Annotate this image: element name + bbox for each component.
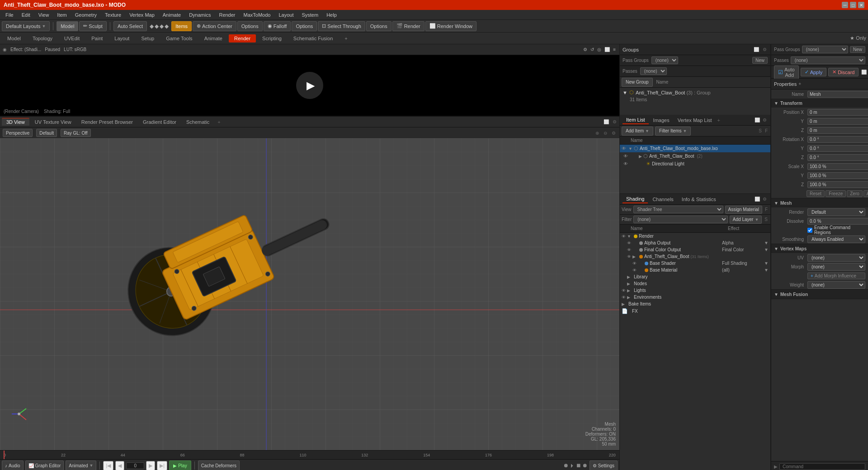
pass-groups-select[interactable]: (none) [651, 56, 678, 64]
position-y-input[interactable] [807, 118, 868, 125]
step-forward-button[interactable]: ▶ [146, 461, 155, 470]
menu-item-help[interactable]: Help [323, 11, 340, 19]
shading-eye-icon4[interactable]: 👁 [627, 254, 631, 259]
shading-row-library[interactable]: ▶ Library [620, 273, 770, 280]
falloff-button[interactable]: ◉ Falloff [264, 21, 291, 31]
position-x-input[interactable] [807, 109, 868, 116]
shading-eye-icon5[interactable]: 👁 [632, 261, 637, 266]
item-row-light[interactable]: 👁 ☀ Directional Light [620, 160, 770, 168]
reset-button[interactable]: Reset [807, 190, 825, 197]
properties-plus-icon[interactable]: + [798, 81, 801, 86]
options1-button[interactable]: Options [237, 21, 263, 31]
scale-y-input[interactable] [807, 172, 868, 179]
view-select[interactable]: Shader Tree [633, 206, 723, 213]
new-btn2[interactable]: New [850, 46, 865, 53]
render-window-button[interactable]: ⬜ Render Window [425, 21, 476, 31]
menu-item-texture[interactable]: Texture [101, 11, 125, 19]
shading-row-fx[interactable]: 📄 FX [620, 307, 770, 315]
auto-add-checkbox[interactable]: ☑ [778, 69, 783, 75]
add-transform-button[interactable]: Add [863, 190, 868, 197]
items-expand-icon[interactable]: ⬜ [754, 117, 761, 123]
base-shader-dropdown[interactable]: ▼ [764, 261, 769, 266]
tab-gradient-editor[interactable]: Gradient Editor [138, 118, 181, 126]
props-expand-icon[interactable]: ⬜ [860, 69, 868, 75]
main-tab-topology[interactable]: Topology [27, 34, 58, 42]
position-z-input[interactable] [807, 127, 868, 134]
base-material-dropdown[interactable]: ▼ [764, 268, 769, 273]
name-input[interactable] [807, 91, 868, 98]
add-morph-button[interactable]: + Add Morph Influence [807, 273, 865, 279]
tab-shading[interactable]: Shading [623, 195, 648, 203]
shading-row-final-color[interactable]: 👁 Final Color Output Final Color ▼ [620, 246, 770, 253]
group-root-item[interactable]: ▼ ⬡ Anti_Theft_Claw_Boot (3) : Group [621, 89, 769, 96]
model-button[interactable]: Model [57, 21, 78, 31]
shading-eye-icon6[interactable]: 👁 [632, 268, 637, 273]
freeze-button[interactable]: Freeze [826, 190, 846, 197]
cache-deformers-button[interactable]: Cache Deformers [198, 461, 240, 470]
filter-items-button[interactable]: Filter Items ▼ [655, 127, 691, 136]
shading-row-base-shader[interactable]: 👁 Base Shader Full Shading ▼ [620, 260, 770, 267]
main-tab-setup[interactable]: Setup [136, 34, 160, 42]
items-col-icon[interactable]: S [758, 128, 763, 134]
select-through-button[interactable]: ⊡ Select Through [318, 21, 365, 31]
playback-icon3[interactable]: ⏺ [582, 462, 588, 469]
menu-item-file[interactable]: File [2, 11, 17, 19]
menu-item-geometry[interactable]: Geometry [71, 11, 100, 19]
viewport-expand-icon[interactable]: ⬜ [603, 119, 610, 125]
item-vis-icon[interactable]: 👁 [622, 146, 626, 151]
shading-eye-icon2[interactable]: 👁 [627, 241, 631, 245]
preview-icon4[interactable]: ⬜ [604, 47, 611, 52]
default-layouts-button[interactable]: Default Layouts ▼ [2, 21, 50, 31]
play-button[interactable]: ▶ Play [169, 461, 191, 470]
only-toggle[interactable]: ★ Only [850, 35, 866, 41]
tab-images[interactable]: Images [650, 117, 673, 124]
shading-expand-icon[interactable]: ⬜ [754, 196, 761, 202]
viewport-settings-icon[interactable]: ⚙ [612, 119, 618, 125]
command-input[interactable] [779, 463, 865, 470]
scale-z-input[interactable] [807, 181, 868, 188]
shading-row-alpha[interactable]: 👁 Alpha Output Alpha ▼ [620, 240, 770, 246]
tab-schematic[interactable]: Schematic [182, 118, 214, 126]
action-center-button[interactable]: ⊕ Action Center [193, 21, 236, 31]
animated-button[interactable]: Animated ▼ [66, 461, 96, 470]
audio-button[interactable]: ♪ Audio [2, 461, 24, 470]
ray-gl-button[interactable]: Ray GL: Off [61, 129, 91, 137]
shading-row-lights[interactable]: 👁 ▶ Lights [620, 287, 770, 294]
preview-icon5[interactable]: ≡ [612, 47, 617, 52]
zero-button[interactable]: Zero [847, 190, 863, 197]
render-button[interactable]: 🎬 Render [392, 21, 425, 31]
tab-render-preset-browser[interactable]: Render Preset Browser [77, 118, 137, 126]
menu-item-edit[interactable]: Edit [18, 11, 34, 19]
viewport-orbit-icon[interactable]: ⊕ [594, 130, 600, 136]
add-item-button[interactable]: Add Item ▼ [622, 127, 653, 136]
menu-item-item[interactable]: Item [53, 11, 70, 19]
shading-eye-icon3[interactable]: 👁 [627, 248, 631, 252]
minimize-button[interactable]: ─ [842, 2, 848, 8]
main-tab-uvedit[interactable]: UVEdit [59, 34, 85, 42]
auto-select-button[interactable]: Auto Select [113, 21, 147, 31]
shading-row-bake-items[interactable]: ▶ Bake Items [620, 301, 770, 307]
main-tab-animate[interactable]: Animate [199, 34, 228, 42]
items-button[interactable]: Items [171, 21, 192, 31]
menu-item-view[interactable]: View [35, 11, 53, 19]
item-vis-icon2[interactable]: 👁 [623, 154, 628, 159]
morph-select[interactable]: (none) [807, 263, 865, 271]
rotation-x-input[interactable] [807, 136, 868, 143]
frame-input[interactable] [126, 462, 144, 469]
rotation-z-input[interactable] [807, 154, 868, 161]
shading-settings-icon[interactable]: ⚙ [762, 196, 768, 202]
preview-icon2[interactable]: ↺ [590, 47, 595, 52]
smoothing-select[interactable]: Always Enabled [807, 235, 865, 243]
tab-item-list[interactable]: Item List [623, 116, 649, 124]
add-panel-tab[interactable]: + [717, 118, 720, 123]
passes-select2[interactable]: (none) [791, 56, 865, 64]
auto-add-button[interactable]: ☑ Auto Add [774, 66, 799, 79]
scale-x-input[interactable] [807, 163, 868, 170]
settings-button[interactable]: ⚙ Settings [590, 461, 618, 470]
shading-s-icon[interactable]: S [764, 216, 769, 222]
tab-3d-view[interactable]: 3D View [2, 118, 29, 126]
uv-select[interactable]: (none) [807, 254, 865, 262]
shading-eye-icon7[interactable]: 👁 [622, 288, 626, 293]
shading-row-render[interactable]: 👁 ▼ Render [620, 233, 770, 240]
weight-select[interactable]: (none) [807, 281, 865, 289]
